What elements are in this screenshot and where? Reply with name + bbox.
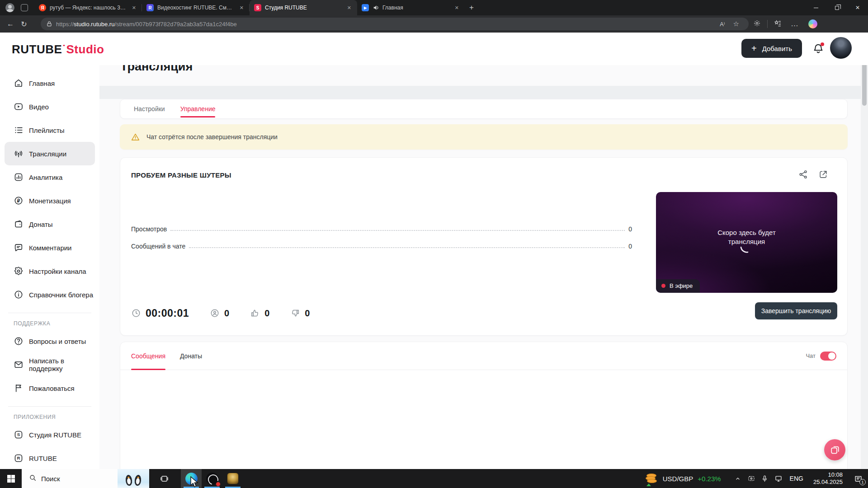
- sidebar-item-analytics[interactable]: Аналитика: [0, 165, 99, 189]
- new-tab-button[interactable]: +: [465, 2, 478, 13]
- dislikes-count: 0: [305, 308, 310, 319]
- play-favicon-icon: ▶: [362, 4, 369, 11]
- tab-actions-icon[interactable]: [21, 4, 28, 11]
- sidebar-item-studio-app[interactable]: S Студия RUTUBE: [0, 423, 99, 446]
- browser-tab-studio-active[interactable]: S Студия RUTUBE ✕: [250, 0, 357, 15]
- tab-close-icon[interactable]: ✕: [130, 4, 138, 12]
- sidebar-item-contact-support[interactable]: Написать в поддержку: [0, 353, 99, 376]
- popup-window-icon: [830, 445, 840, 455]
- browser-tab-yandex[interactable]: Я рутуб — Яндекс: нашлось 3 млн ✕: [34, 0, 142, 15]
- tab-messages[interactable]: Сообщения: [131, 342, 165, 370]
- sidebar-item-comments[interactable]: Комментарии: [0, 236, 99, 259]
- network-icon[interactable]: [772, 469, 785, 488]
- tray-chevron-icon[interactable]: [731, 469, 745, 488]
- playlists-icon: [14, 125, 24, 135]
- settings-more-icon[interactable]: …: [786, 19, 803, 28]
- tab-settings[interactable]: Настройки: [134, 99, 165, 119]
- screen-record-icon[interactable]: [745, 469, 758, 488]
- sidebar-item-faq[interactable]: Вопросы и ответы: [0, 329, 99, 353]
- read-aloud-icon[interactable]: A⁾: [716, 21, 729, 28]
- flag-icon: [14, 383, 24, 393]
- task-view-icon: [160, 474, 169, 483]
- add-button[interactable]: + Добавить: [741, 39, 802, 58]
- notifications-bell-icon[interactable]: [812, 42, 825, 55]
- user-avatar[interactable]: [830, 37, 852, 59]
- broadcast-icon: [14, 149, 24, 159]
- windows-taskbar: Поиск USD/GBP +0.23%: [0, 469, 868, 488]
- close-button[interactable]: ✕: [847, 0, 868, 15]
- tab-close-icon[interactable]: ✕: [453, 4, 461, 12]
- back-icon[interactable]: ←: [4, 20, 17, 28]
- stream-preview[interactable]: Скоро здесь будет трансляция В эфире: [656, 192, 837, 293]
- microphone-icon[interactable]: [758, 469, 772, 488]
- currency-ticker[interactable]: USD/GBP +0.23%: [646, 473, 721, 484]
- warning-icon: [131, 132, 140, 142]
- external-link-icon[interactable]: [818, 169, 828, 179]
- tab-title: Студия RUTUBE: [265, 5, 342, 11]
- refresh-icon[interactable]: ↻: [17, 20, 31, 28]
- favorite-star-icon[interactable]: ☆: [729, 20, 743, 28]
- favorites-hub-icon[interactable]: [769, 19, 786, 28]
- sidebar-item-home[interactable]: Главная: [0, 71, 99, 95]
- taskbar-search-input[interactable]: Поиск: [22, 469, 149, 488]
- browser-profile-icon[interactable]: [5, 3, 14, 12]
- language-indicator[interactable]: ENG: [785, 475, 808, 482]
- sidebar-item-videos[interactable]: Видео: [0, 95, 99, 118]
- stat-row-chat-messages: Сообщений в чате 0: [131, 243, 632, 250]
- rutube-app-icon: R: [14, 453, 24, 463]
- action-center-button[interactable]: 1: [848, 469, 868, 488]
- page-scrollbar[interactable]: [861, 33, 868, 469]
- stat-label: Сообщений в чате: [131, 243, 185, 250]
- tab-close-icon[interactable]: ✕: [345, 4, 354, 12]
- address-bar[interactable]: https://studio.rutube.ru/stream/007b973f…: [41, 18, 749, 30]
- start-button[interactable]: [0, 469, 22, 488]
- yandex-favicon-icon: Я: [39, 4, 46, 11]
- browser-tab-rutube[interactable]: R Видеохостинг RUTUBE. Смотрит ✕: [142, 0, 250, 15]
- taskbar-app-game[interactable]: [222, 469, 243, 488]
- live-dot-icon: [661, 284, 665, 288]
- live-badge: В эфире: [656, 279, 700, 293]
- taskbar-clock[interactable]: 10:08 25.04.2025: [808, 471, 848, 486]
- end-stream-button[interactable]: Завершить трансляцию: [755, 302, 837, 319]
- task-view-button[interactable]: [154, 469, 175, 488]
- sidebar-item-blogger-guide[interactable]: Справочник блогера: [0, 283, 99, 306]
- gear-icon: [14, 266, 24, 276]
- search-daily-image[interactable]: [118, 469, 149, 488]
- tab-audio-icon[interactable]: [373, 4, 380, 11]
- clock-icon: [131, 308, 141, 318]
- tab-title: рутуб — Яндекс: нашлось 3 млн: [50, 5, 127, 11]
- browser-essentials-icon[interactable]: [749, 19, 765, 28]
- info-icon: [14, 290, 24, 300]
- tab-donations[interactable]: Донаты: [180, 342, 202, 370]
- main-content: Трансляция Настройки Управление Чат сотр…: [99, 65, 861, 469]
- browser-tabstrip: Я рутуб — Яндекс: нашлось 3 млн ✕ R Виде…: [0, 0, 868, 15]
- copilot-icon[interactable]: [808, 19, 817, 28]
- window-controls: ✕: [806, 0, 868, 15]
- rutube-studio-logo[interactable]: RUTUBE˙Studio: [12, 42, 104, 56]
- thumbs-up-icon[interactable]: [250, 308, 260, 318]
- sidebar-item-broadcasts[interactable]: Трансляции: [5, 142, 95, 165]
- share-icon[interactable]: [798, 169, 808, 179]
- browser-tab-home[interactable]: ▶ Главная ✕: [357, 0, 465, 15]
- taskbar-app-obs[interactable]: [202, 469, 222, 488]
- tab-close-icon[interactable]: ✕: [237, 4, 246, 12]
- restore-button[interactable]: [826, 0, 847, 15]
- sidebar-section-support: ПОДДЕРЖКА: [14, 320, 99, 327]
- sidebar-item-monetization[interactable]: ₽ Монетизация: [0, 189, 99, 212]
- tab-management[interactable]: Управление: [180, 99, 216, 119]
- minimize-button[interactable]: [806, 0, 826, 15]
- thumbs-down-icon[interactable]: [290, 308, 300, 318]
- comments-icon: [14, 243, 24, 253]
- widget-fab-button[interactable]: [824, 439, 845, 460]
- rutube-studio-page: RUTUBE˙Studio + Добавить Главная Видео: [0, 33, 868, 469]
- sidebar-item-donations[interactable]: Донаты: [0, 212, 99, 236]
- sidebar-item-rutube-app[interactable]: R RUTUBE: [0, 446, 99, 469]
- stat-value: 0: [628, 225, 632, 233]
- sidebar-item-playlists[interactable]: Плейлисты: [0, 118, 99, 142]
- likes-count: 0: [264, 308, 269, 319]
- notification-count-badge: 1: [859, 479, 866, 485]
- sidebar-item-report[interactable]: Пожаловаться: [0, 376, 99, 400]
- chat-toggle[interactable]: [820, 352, 836, 361]
- taskbar-tray: USD/GBP +0.23% ENG 10:08 25.04.2025: [646, 469, 868, 488]
- sidebar-item-channel-settings[interactable]: Настройки канала: [0, 259, 99, 283]
